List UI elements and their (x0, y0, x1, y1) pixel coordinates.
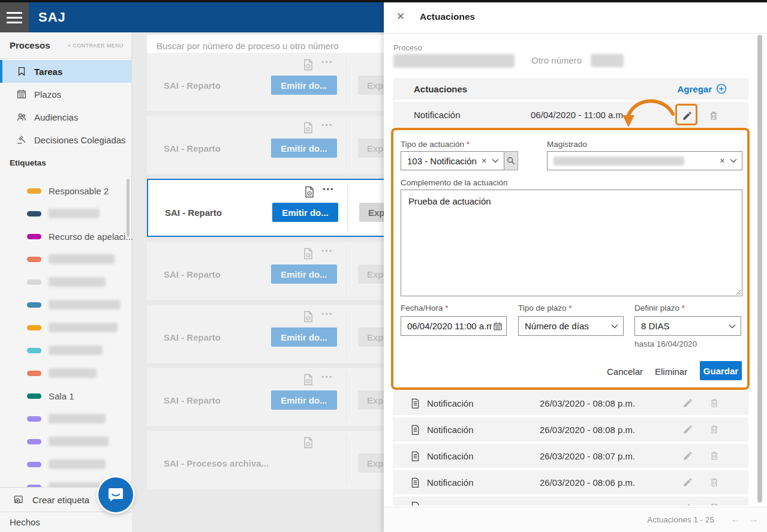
tag-item[interactable] (0, 248, 126, 270)
card-divider (347, 185, 348, 233)
more-options-icon[interactable]: ••• (323, 185, 335, 194)
chevron-down-icon[interactable] (492, 158, 499, 163)
new-tag-icon (13, 494, 25, 506)
tag-item[interactable] (0, 339, 126, 362)
resize-handle-icon[interactable] (735, 289, 741, 295)
tag-item[interactable] (0, 407, 126, 430)
more-options-icon[interactable]: ••• (321, 121, 333, 130)
next-page-icon[interactable]: → (748, 513, 759, 525)
tag-item[interactable] (0, 270, 126, 293)
actuacion-row[interactable]: Notificación 26/03/2020 - 08:08 p.m. (393, 417, 748, 441)
sidebar-item-decisiones-colegiadas[interactable]: Decisiones Colegiadas (0, 128, 132, 151)
complemento-textarea[interactable]: Prueba de actuación (401, 190, 742, 296)
emitir-documento-button[interactable]: Emitir do... (272, 203, 338, 222)
tag-item[interactable]: Responsable 2 (0, 179, 126, 202)
collapse-menu-button[interactable]: « CONTRAER MENÚ (68, 43, 124, 49)
redacted-tag-label (49, 300, 121, 309)
close-icon[interactable]: ✕ (396, 10, 405, 23)
edit-pencil-icon[interactable] (682, 450, 693, 461)
sidebar-item-hechos[interactable]: Hechos (0, 512, 132, 532)
definir-plazo-select[interactable]: 8 DIAS (634, 316, 741, 336)
tag-item[interactable]: Recurso de apelaci... (0, 225, 126, 248)
delete-trash-icon[interactable] (709, 450, 720, 461)
tipo-actuacion-search-button[interactable] (504, 151, 518, 170)
complemento-label: Complemento de la actuación (401, 178, 508, 187)
sidebar-item-tareas[interactable]: Tareas (0, 60, 132, 83)
redacted-tag-label (49, 209, 100, 218)
otro-numero-value-redacted (591, 54, 624, 67)
emitir-documento-button[interactable]: Emitir do... (271, 139, 337, 158)
document-icon (411, 477, 420, 488)
tag-item[interactable] (0, 362, 126, 384)
edit-pencil-icon[interactable] (682, 501, 693, 506)
delete-trash-icon[interactable] (708, 110, 719, 121)
actuacion-name: Notificación (427, 451, 518, 461)
tag-item[interactable]: Sala 1 (0, 384, 126, 407)
hechos-label: Hechos (10, 517, 40, 527)
edit-pencil-icon[interactable] (682, 424, 693, 435)
delete-trash-icon[interactable] (709, 501, 720, 506)
fecha-hora-input[interactable]: 06/04/2020 11:00 a.m (401, 316, 507, 336)
calendar-icon (16, 89, 27, 100)
document-info-icon[interactable] (304, 186, 315, 198)
tag-item[interactable] (0, 293, 126, 316)
clear-icon[interactable]: ✕ (482, 157, 487, 165)
more-options-icon[interactable]: ••• (321, 58, 333, 67)
emitir-documento-button[interactable]: Emitir do... (271, 390, 337, 410)
sidebar-item-plazos[interactable]: Plazos (0, 83, 132, 106)
tipo-plazo-select[interactable]: Número de días (518, 316, 624, 336)
panel-scrollbar[interactable] (757, 35, 762, 503)
tipo-actuacion-combobox[interactable]: 103 - Notificación ✕ (401, 151, 504, 170)
document-info-icon[interactable] (303, 59, 314, 71)
actuacion-datetime: 26/03/2020 - 08:08 p.m. (540, 398, 682, 408)
delete-trash-icon[interactable] (709, 398, 720, 408)
actuacion-row[interactable]: Notificación 26/03/2020 - 08:08 p.m. (393, 391, 748, 415)
actuacion-datetime: 26/03/2020 - 08:06 p.m. (540, 477, 682, 488)
document-info-icon[interactable] (303, 248, 314, 260)
tipo-plazo-label: Tipo de plazo * (518, 303, 572, 312)
chat-widget-button[interactable] (98, 477, 133, 512)
card-divider (346, 121, 347, 169)
edit-pencil-icon[interactable] (682, 398, 693, 408)
chevron-down-icon[interactable] (611, 324, 618, 329)
chevron-down-icon[interactable] (729, 324, 736, 329)
sidebar-item-label: Decisiones Colegiadas (34, 135, 126, 145)
tag-item[interactable] (0, 316, 126, 339)
document-info-icon[interactable] (303, 311, 314, 323)
more-options-icon[interactable]: ••• (321, 372, 333, 381)
chevron-down-icon[interactable] (730, 158, 737, 163)
delete-trash-icon[interactable] (709, 477, 720, 488)
actuacion-row-partial[interactable] (393, 497, 748, 506)
edit-pencil-icon[interactable] (682, 477, 693, 488)
tag-color-chip (27, 393, 41, 399)
card-divider (346, 435, 347, 483)
clear-icon[interactable]: ✕ (720, 157, 725, 165)
guardar-button[interactable]: Guardar (700, 361, 742, 380)
tag-item[interactable] (0, 430, 126, 453)
document-info-icon[interactable] (303, 374, 314, 386)
tag-item[interactable] (0, 453, 126, 476)
sidebar-item-audiencias[interactable]: Audiencias (0, 106, 132, 128)
delete-trash-icon[interactable] (709, 424, 720, 435)
cancelar-button[interactable]: Cancelar (607, 366, 643, 377)
actuacion-row[interactable]: Notificación 26/03/2020 - 08:07 p.m. (393, 444, 748, 468)
calendar-icon[interactable] (493, 321, 503, 331)
emitir-documento-button[interactable]: Emitir do... (271, 265, 337, 284)
document-info-icon[interactable] (303, 122, 314, 134)
more-options-icon[interactable]: ••• (321, 247, 333, 256)
sidebar-scrollbar[interactable] (127, 179, 130, 237)
redacted-tag-label (49, 414, 106, 423)
document-info-icon[interactable] (303, 437, 314, 449)
menu-button[interactable] (0, 2, 29, 32)
emitir-documento-button[interactable]: Emitir do... (271, 76, 337, 95)
prev-page-icon[interactable]: ← (730, 513, 741, 525)
document-icon (411, 451, 420, 461)
actuacion-row[interactable]: Notificación 26/03/2020 - 08:06 p.m. (393, 470, 748, 494)
agregar-button[interactable]: Agregar (677, 83, 727, 94)
magistrado-combobox[interactable]: ✕ (547, 151, 742, 170)
more-options-icon[interactable]: ••• (321, 309, 333, 318)
hasta-date-text: hasta 16/04/2020 (634, 339, 697, 348)
emitir-documento-button[interactable]: Emitir do... (271, 327, 337, 347)
tag-item[interactable] (0, 202, 126, 225)
eliminar-button[interactable]: Eliminar (655, 366, 687, 377)
